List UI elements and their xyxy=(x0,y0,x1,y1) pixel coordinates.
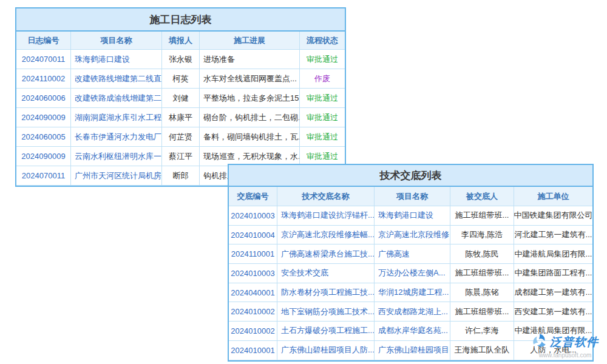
column-header-disclosure-name: 技术交底名称 xyxy=(277,187,375,206)
receiver-cell: 施工班组带班... xyxy=(450,206,514,226)
log-id-cell[interactable]: 2024060006 xyxy=(16,89,71,108)
disclosure-name-cell[interactable]: 广佛高速桥梁承台施工技... xyxy=(277,244,375,264)
unit-cell: 西安建工第一建筑有... xyxy=(514,302,592,322)
unit-cell: 成都建工第一建筑有... xyxy=(514,283,592,303)
receiver-cell: 王海施工队全队 xyxy=(450,341,514,360)
status-cell: 作废 xyxy=(300,69,345,89)
progress-cell: 备料，砌间墙钩机排土，瓦... xyxy=(200,127,300,147)
log-table-header-row: 日志编号 项目名称 填报人 施工进展 流程状态 xyxy=(16,32,345,50)
progress-cell: 进场准备 xyxy=(200,50,300,69)
table-row: 2024110001 广佛高速桥梁承台施工技... 广佛高速 陈牧,陈民 中建港… xyxy=(229,244,592,264)
reporter-cell: 何芷贤 xyxy=(162,127,200,147)
brand-name: 泛普软件 xyxy=(550,334,599,350)
reporter-cell: 断郎 xyxy=(162,166,200,186)
project-name-cell[interactable]: 珠海鹤港口建设 xyxy=(375,206,450,226)
project-name-cell[interactable]: 万达办公楼左侧A... xyxy=(375,264,450,283)
unit-cell: 中建集团路面工程有... xyxy=(514,264,592,283)
unit-cell: 河北建工第一建筑有... xyxy=(514,226,592,245)
log-id-cell[interactable]: 2024070011 xyxy=(16,166,71,186)
brand-url: www.fanpusoft.com xyxy=(539,352,592,359)
status-cell: 审批通过 xyxy=(300,50,345,69)
project-name-cell[interactable]: 成都水岸华庭名苑... xyxy=(375,322,450,341)
disclosure-id-cell[interactable]: 2024040001 xyxy=(229,283,277,303)
column-header-progress: 施工进展 xyxy=(200,32,300,50)
log-id-cell[interactable]: 2024090009 xyxy=(16,108,71,127)
table-row: 2024010003 安全技术交底 万达办公楼左侧A... 施工班组带班... … xyxy=(229,264,592,283)
project-name-cell[interactable]: 广佛高速 xyxy=(375,244,450,264)
table-row: 2024040001 防水卷材分项工程施工技... 华润12城房建工程... 陈… xyxy=(229,283,592,303)
fanpu-watermark: 泛普软件 www.fanpusoft.com xyxy=(532,333,599,359)
status-cell: 审批通过 xyxy=(300,108,345,127)
table-row: 2024010004 京沪高速北京段维修桩幅... 京沪高速北京段维修 李四海,… xyxy=(229,226,592,245)
table-row: 2024110002 改建铁路线增建第二线直... 柯英 水车对全线遮阳网覆盖点… xyxy=(16,69,345,89)
column-header-unit: 施工单位 xyxy=(514,187,592,206)
log-id-cell[interactable]: 2024090009 xyxy=(16,147,71,166)
project-name-cell[interactable]: 广州市天河区统计局机房... xyxy=(71,166,162,186)
status-cell: 审批通过 xyxy=(300,89,345,108)
receiver-cell: 李四海,陈浩 xyxy=(450,226,514,245)
project-name-cell[interactable]: 云南水利枢纽潜明水库一... xyxy=(71,147,162,166)
reporter-cell: 张永银 xyxy=(162,50,200,69)
log-id-cell[interactable]: 2024070011 xyxy=(16,50,71,69)
table-row: 2024090009 湖南洞庭湖水库引水工程... 林康平 砌台阶，钩机排土，二… xyxy=(16,108,345,127)
project-name-cell[interactable]: 珠海鹤港口建设 xyxy=(71,50,162,69)
disclosure-name-cell[interactable]: 防水卷材分项工程施工技... xyxy=(277,283,375,303)
receiver-cell: 施工班组带班... xyxy=(450,302,514,322)
status-cell: 审批通过 xyxy=(300,127,345,147)
progress-cell: 平整场地，拉走多余泥土15... xyxy=(200,89,300,108)
project-name-cell[interactable]: 华润12城房建工程... xyxy=(375,283,450,303)
reporter-cell: 柯英 xyxy=(162,69,200,89)
column-header-project-name: 项目名称 xyxy=(375,187,450,206)
column-header-receiver: 被交底人 xyxy=(450,187,514,206)
column-header-status: 流程状态 xyxy=(300,32,345,50)
project-name-cell[interactable]: 西安成都路龙湖上... xyxy=(375,302,450,322)
tech-disclosure-panel: 技术交底列表 交底编号 技术交底名称 项目名称 被交底人 施工单位 202401… xyxy=(228,164,594,362)
disclosure-id-cell[interactable]: 2024010003 xyxy=(229,206,277,226)
disclosure-name-cell[interactable]: 土石方爆破分项工程施工... xyxy=(277,322,375,341)
table-row: 2024060005 长春市伊通河水力发电厂... 何芷贤 备料，砌间墙钩机排土… xyxy=(16,127,345,147)
disclosure-name-cell[interactable]: 安全技术交底 xyxy=(277,264,375,283)
tech-disclosure-title: 技术交底列表 xyxy=(229,165,592,187)
reporter-cell: 蔡江平 xyxy=(162,147,200,166)
receiver-cell: 许仁,李海 xyxy=(450,322,514,341)
disclosure-name-cell[interactable]: 广东佛山碧桂园项目人防... xyxy=(277,341,375,360)
receiver-cell: 陈晨,陈铭 xyxy=(450,283,514,303)
progress-cell: 砌台阶，钩机排土，二包砌... xyxy=(200,108,300,127)
disclosure-id-cell[interactable]: 2024010001 xyxy=(229,341,277,360)
project-name-cell[interactable]: 改建铁路成渝线增建第二... xyxy=(71,89,162,108)
receiver-cell: 陈牧,陈民 xyxy=(450,244,514,264)
reporter-cell: 林康平 xyxy=(162,108,200,127)
project-name-cell[interactable]: 长春市伊通河水力发电厂... xyxy=(71,127,162,147)
column-header-log-id: 日志编号 xyxy=(16,32,71,50)
project-name-cell[interactable]: 广东佛山碧桂园项目 xyxy=(375,341,450,360)
disclosure-name-cell[interactable]: 地下室钢筋分项施工技术... xyxy=(277,302,375,322)
disclosure-table-header-row: 交底编号 技术交底名称 项目名称 被交底人 施工单位 xyxy=(229,187,592,206)
disclosure-name-cell[interactable]: 京沪高速北京段维修桩幅... xyxy=(277,226,375,245)
fanpu-logo-icon xyxy=(532,333,548,351)
column-header-reporter: 填报人 xyxy=(162,32,200,50)
column-header-disclosure-id: 交底编号 xyxy=(229,187,277,206)
disclosure-id-cell[interactable]: 2024010003 xyxy=(229,264,277,283)
reporter-cell: 刘健 xyxy=(162,89,200,108)
project-name-cell[interactable]: 改建铁路线增建第二线直... xyxy=(71,69,162,89)
disclosure-id-cell[interactable]: 2024110001 xyxy=(229,244,277,264)
column-header-project-name: 项目名称 xyxy=(71,32,162,50)
disclosure-name-cell[interactable]: 珠海鹤港口建设抗浮锚杆... xyxy=(277,206,375,226)
disclosure-id-cell[interactable]: 2024010002 xyxy=(229,302,277,322)
table-row: 2024060006 改建铁路成渝线增建第二... 刘健 平整场地，拉走多余泥土… xyxy=(16,89,345,108)
table-row: 2024010002 地下室钢筋分项施工技术... 西安成都路龙湖上... 施工… xyxy=(229,302,592,322)
receiver-cell: 施工班组带班... xyxy=(450,264,514,283)
table-row: 2024010003 珠海鹤港口建设抗浮锚杆... 珠海鹤港口建设 施工班组带班… xyxy=(229,206,592,226)
unit-cell: 中建港航局集团有限... xyxy=(514,244,592,264)
disclosure-id-cell[interactable]: 2024010002 xyxy=(229,322,277,341)
log-id-cell[interactable]: 2024110002 xyxy=(16,69,71,89)
progress-cell: 水车对全线遮阳网覆盖点... xyxy=(200,69,300,89)
table-row: 2024070011 珠海鹤港口建设 张永银 进场准备 审批通过 xyxy=(16,50,345,69)
unit-cell: 中国铁建集团有限公司 xyxy=(514,206,592,226)
project-name-cell[interactable]: 湖南洞庭湖水库引水工程... xyxy=(71,108,162,127)
disclosure-id-cell[interactable]: 2024010004 xyxy=(229,226,277,245)
log-id-cell[interactable]: 2024060005 xyxy=(16,127,71,147)
construction-log-panel: 施工日志列表 日志编号 项目名称 填报人 施工进展 流程状态 202407001… xyxy=(15,7,346,187)
project-name-cell[interactable]: 京沪高速北京段维修 xyxy=(375,226,450,245)
construction-log-title: 施工日志列表 xyxy=(16,8,345,32)
